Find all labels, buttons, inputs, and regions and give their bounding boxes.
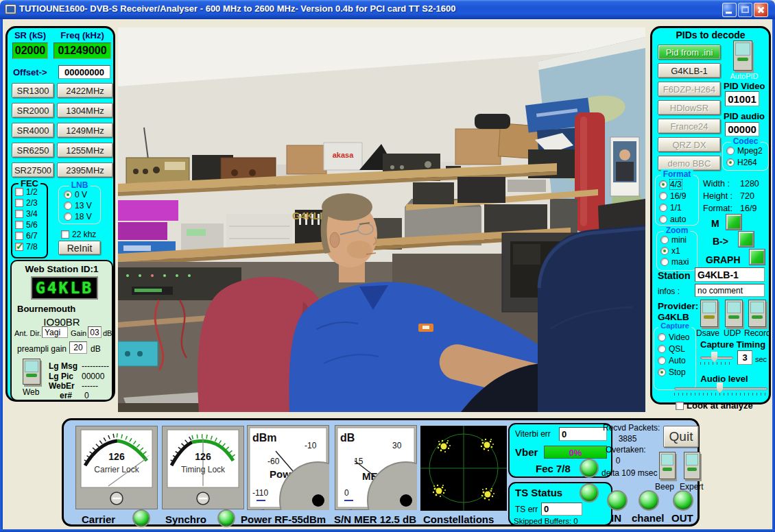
- radio-icon[interactable]: [64, 213, 72, 221]
- maximize-button[interactable]: [738, 3, 752, 17]
- checkbox-icon[interactable]: [15, 232, 23, 240]
- preset-freq-button[interactable]: 1255MHz: [57, 143, 113, 158]
- radio-selected-icon[interactable]: [726, 158, 735, 167]
- checkbox-icon[interactable]: [676, 402, 684, 410]
- checkbox-icon[interactable]: [15, 188, 23, 196]
- autopid-toggle[interactable]: [733, 40, 752, 71]
- lnb-option-18v[interactable]: 18 V: [64, 212, 92, 221]
- pid-button-france24[interactable]: France24: [658, 119, 721, 134]
- format-option-auto[interactable]: auto: [659, 215, 686, 224]
- timing-slider-handle[interactable]: [711, 352, 717, 363]
- pid-button-hdlowsr[interactable]: HDlowSR: [658, 100, 721, 115]
- radio-selected-icon[interactable]: [658, 368, 666, 376]
- ts-status-led: [581, 485, 597, 501]
- capture-option-auto[interactable]: Auto: [658, 356, 686, 365]
- format-option-4-3[interactable]: 4/3: [659, 180, 682, 189]
- preset-sr-button[interactable]: SR1300: [12, 83, 54, 98]
- zoom-option-maxi[interactable]: maxi: [660, 257, 689, 267]
- udp-toggle[interactable]: [725, 300, 743, 327]
- preset-freq-button[interactable]: 2395MHz: [57, 162, 113, 178]
- minimize-button[interactable]: [722, 3, 737, 17]
- preset-sr-button[interactable]: SR6250: [12, 143, 54, 158]
- radio-icon[interactable]: [659, 215, 667, 223]
- checkbox-icon[interactable]: [15, 221, 23, 229]
- radio-icon[interactable]: [726, 147, 735, 155]
- preset-sr-button[interactable]: SR4000: [12, 123, 54, 138]
- offset-input[interactable]: [58, 65, 110, 79]
- radio-icon[interactable]: [658, 333, 666, 341]
- fec-option-1-2[interactable]: 1/2: [15, 187, 38, 197]
- web-toggle[interactable]: [23, 359, 40, 385]
- radio-icon[interactable]: [660, 236, 669, 244]
- fec-option-7-8[interactable]: 7/8: [15, 242, 38, 252]
- window-border-bottom: [0, 529, 775, 532]
- checkbox-icon[interactable]: [15, 199, 23, 207]
- codec-option-mpeg2[interactable]: Mpeg2: [726, 146, 763, 156]
- graph-button[interactable]: [750, 250, 765, 265]
- preset-sr-button[interactable]: SR2000: [12, 103, 54, 118]
- format-option-1-1[interactable]: 1/1: [659, 203, 682, 213]
- viterbi-err-input[interactable]: [559, 427, 607, 441]
- fec-option-6-7[interactable]: 6/7: [15, 231, 38, 241]
- sr-input[interactable]: [12, 43, 48, 59]
- viterbi-panel: Viterbi err Vber 0% Fec 7/8: [508, 423, 612, 478]
- b-button[interactable]: [739, 232, 754, 247]
- checkbox-checked-icon[interactable]: [15, 243, 23, 251]
- preampli-input[interactable]: [69, 341, 87, 354]
- timing-input[interactable]: [737, 350, 752, 365]
- radio-selected-icon[interactable]: [64, 191, 72, 199]
- gain-input[interactable]: [88, 326, 102, 338]
- fec-option-5-6[interactable]: 5/6: [15, 220, 38, 230]
- radio-selected-icon[interactable]: [659, 180, 667, 189]
- preset-freq-button[interactable]: 2422MHz: [57, 83, 113, 98]
- freq-input[interactable]: [53, 43, 111, 59]
- radio-icon[interactable]: [659, 204, 667, 212]
- radio-icon[interactable]: [660, 258, 669, 266]
- capture-option-video[interactable]: Video: [658, 332, 689, 342]
- ant-dir-input[interactable]: [42, 326, 68, 338]
- lnb-option-0v[interactable]: 0 V: [64, 190, 87, 200]
- quit-button[interactable]: Quit: [663, 426, 699, 448]
- look-analyze-checkbox[interactable]: Look at analyze: [676, 400, 753, 411]
- checkbox-icon[interactable]: [15, 210, 23, 218]
- preset-freq-button[interactable]: 1249MHz: [57, 123, 113, 138]
- pid-button-ini[interactable]: Pid from .ini: [658, 45, 721, 60]
- zoom-option-x1[interactable]: x1: [660, 246, 680, 256]
- carrier-led: [134, 511, 149, 526]
- station-input[interactable]: [695, 267, 765, 282]
- preset-freq-button[interactable]: 1304MHz: [57, 103, 113, 118]
- titlebar[interactable]: TUTIOUNE1600- DVB-S Receiver/Analyser - …: [0, 0, 775, 19]
- format-option-16-9[interactable]: 16/9: [659, 191, 686, 201]
- expert-toggle[interactable]: [684, 452, 700, 479]
- ts-err-input[interactable]: [541, 503, 582, 516]
- infos-input[interactable]: [695, 284, 765, 297]
- radio-icon[interactable]: [658, 356, 666, 365]
- pid-video-input[interactable]: [725, 91, 759, 106]
- pid-button-g4klb1[interactable]: G4KLB-1: [658, 63, 721, 78]
- audio-slider-handle[interactable]: [717, 383, 723, 394]
- radio-selected-icon[interactable]: [660, 247, 669, 255]
- capture-option-stop[interactable]: Stop: [658, 367, 686, 377]
- pid-button-demobbc[interactable]: demo BBC: [658, 156, 721, 171]
- fec-option-3-4[interactable]: 3/4: [15, 209, 38, 219]
- zoom-option-mini[interactable]: mini: [660, 235, 687, 245]
- radio-icon[interactable]: [659, 192, 667, 200]
- lnb-option-13v[interactable]: 13 V: [64, 201, 92, 210]
- pid-button-f6dzp[interactable]: F6DZP-H264: [658, 82, 721, 97]
- pid-audio-input[interactable]: [725, 122, 759, 136]
- radio-icon[interactable]: [658, 345, 666, 353]
- dsave-toggle[interactable]: [700, 300, 718, 327]
- reinit-button[interactable]: ReInit: [58, 241, 101, 255]
- preset-sr-button[interactable]: SR27500: [12, 162, 54, 178]
- checkbox-icon[interactable]: [61, 230, 69, 239]
- pid-button-qrzdx[interactable]: QRZ DX: [658, 137, 721, 152]
- m-button[interactable]: [726, 215, 741, 230]
- capture-option-qsl[interactable]: QSL: [658, 344, 685, 354]
- beep-toggle[interactable]: [659, 452, 676, 479]
- khz22-checkbox[interactable]: 22 khz: [61, 230, 96, 239]
- codec-option-h264[interactable]: H264: [726, 158, 757, 167]
- close-button[interactable]: [754, 3, 768, 17]
- radio-icon[interactable]: [64, 202, 72, 210]
- fec-option-2-3[interactable]: 2/3: [15, 198, 38, 208]
- record-toggle[interactable]: [748, 300, 766, 327]
